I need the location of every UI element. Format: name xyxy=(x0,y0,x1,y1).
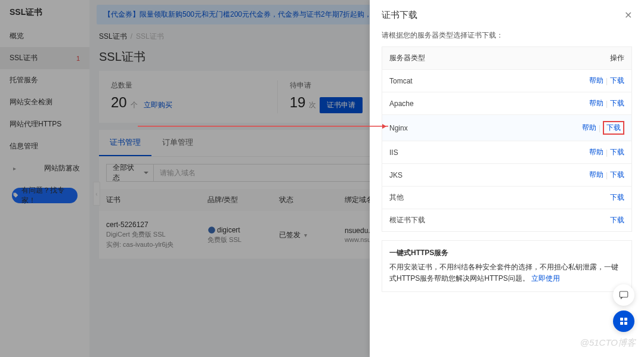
server-type: 其他 xyxy=(389,193,610,203)
https-promo: 一键式HTTPS服务 不用安装证书，不用纠结各种安全套件的选择，不用担心私钥泄露… xyxy=(382,240,632,292)
watermark: @51CTO博客 xyxy=(580,337,636,349)
download-table-header: 服务器类型 操作 xyxy=(382,47,631,69)
help-link[interactable]: 帮助 xyxy=(589,170,603,180)
download-link[interactable]: 下载 xyxy=(610,98,624,108)
download-link[interactable]: 下载 xyxy=(610,170,624,180)
download-link[interactable]: 下载 xyxy=(610,147,624,157)
download-link[interactable]: 下载 xyxy=(610,76,624,86)
server-type: Tomcat xyxy=(389,77,589,85)
help-link[interactable]: 帮助 xyxy=(589,76,603,86)
download-link[interactable]: 下载 xyxy=(603,121,624,135)
feedback-fab[interactable] xyxy=(613,284,634,306)
server-type: JKS xyxy=(389,171,589,179)
highlight-arrow xyxy=(138,126,388,126)
promo-title: 一键式HTTPS服务 xyxy=(389,248,624,258)
promo-link[interactable]: 立即使用 xyxy=(531,274,560,283)
chat-icon xyxy=(618,290,629,300)
server-type: Nginx xyxy=(389,124,582,132)
help-link[interactable]: 帮助 xyxy=(589,147,603,157)
drawer-note: 请根据您的服务器类型选择证书下载： xyxy=(370,30,644,46)
drawer-title: 证书下载 xyxy=(382,10,417,21)
download-table: 服务器类型 操作 Tomcat帮助|下载Apache帮助|下载Nginx帮助|下… xyxy=(382,46,632,232)
help-link[interactable]: 帮助 xyxy=(582,123,596,133)
download-link[interactable]: 下载 xyxy=(610,193,624,203)
help-link[interactable]: 帮助 xyxy=(589,98,603,108)
server-type: 根证书下载 xyxy=(389,215,610,225)
download-drawer: 证书下载 ✕ 请根据您的服务器类型选择证书下载： 服务器类型 操作 Tomcat… xyxy=(370,0,644,357)
download-row-tomcat: Tomcat帮助|下载 xyxy=(382,69,631,92)
download-row-jks: JKS帮助|下载 xyxy=(382,163,631,186)
download-link[interactable]: 下载 xyxy=(610,215,624,225)
download-row-apache: Apache帮助|下载 xyxy=(382,92,631,114)
apps-fab[interactable] xyxy=(613,311,634,332)
download-row-nginx: Nginx帮助|下载 xyxy=(382,114,631,141)
download-row-根证书下载: 根证书下载下载 xyxy=(382,209,631,231)
grid-icon xyxy=(620,318,627,325)
download-row-iis: IIS帮助|下载 xyxy=(382,141,631,163)
download-row-其他: 其他下载 xyxy=(382,186,631,209)
close-icon[interactable]: ✕ xyxy=(624,10,632,21)
server-type: IIS xyxy=(389,148,589,157)
svg-rect-3 xyxy=(620,291,628,297)
server-type: Apache xyxy=(389,100,589,108)
